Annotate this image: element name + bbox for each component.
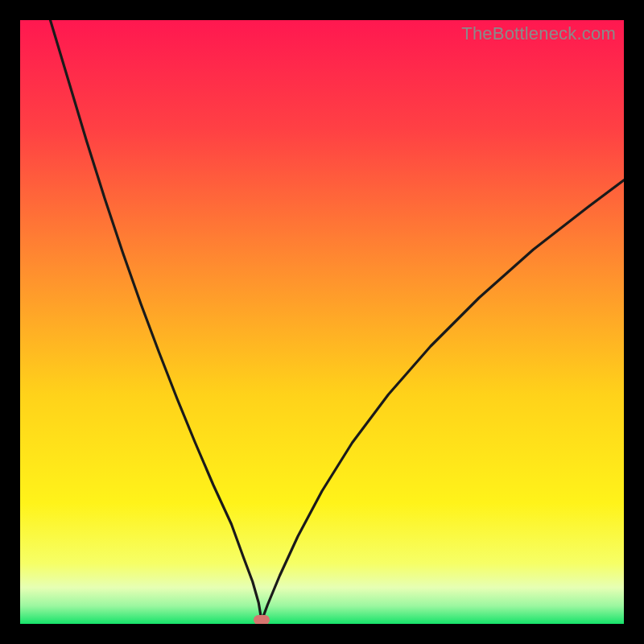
optimal-marker (254, 615, 270, 624)
chart-frame: TheBottleneck.com (20, 20, 624, 624)
watermark-label: TheBottleneck.com (461, 23, 616, 44)
bottleneck-curve (20, 20, 624, 624)
plot-area (20, 20, 624, 624)
